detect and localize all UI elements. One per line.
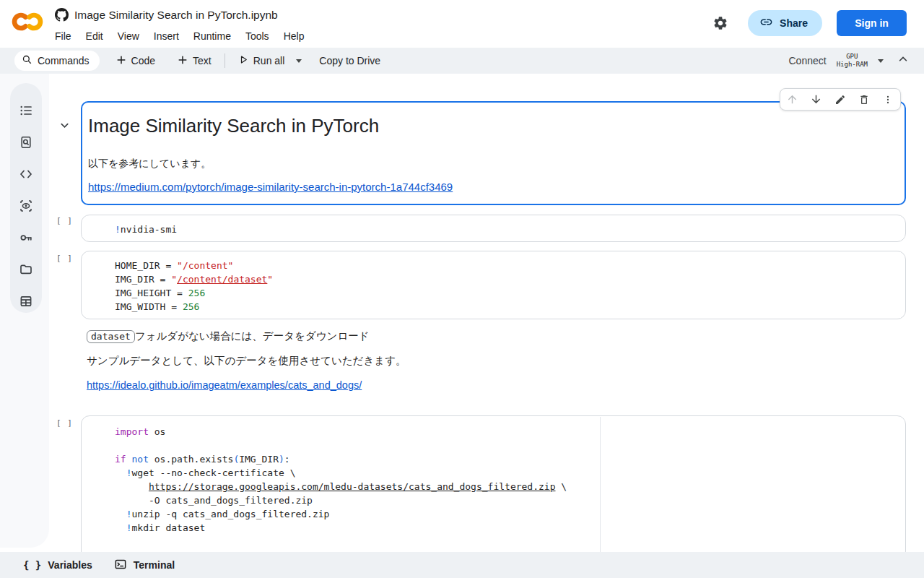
terminal-button[interactable]: Terminal — [114, 558, 175, 573]
sidebar-item-table-of-contents[interactable] — [10, 95, 42, 126]
add-text-button[interactable]: Text — [171, 54, 217, 68]
find-in-page-icon — [19, 135, 33, 150]
section-collapse-chevron-icon[interactable] — [59, 120, 70, 134]
sidebar-item-data-table[interactable] — [10, 285, 42, 317]
colab-logo-icon[interactable] — [10, 9, 45, 34]
markdown-paragraph: 以下を参考にしています。 — [88, 156, 896, 171]
sign-in-label: Sign in — [855, 17, 889, 29]
terminal-icon — [114, 558, 127, 573]
toolbar-divider — [225, 53, 225, 68]
terminal-label: Terminal — [134, 559, 175, 571]
sidebar-item-find-replace[interactable] — [10, 126, 42, 158]
markdown-cell-note[interactable]: datasetフォルダがない場合には、データをダウンロード サンプルデータとして… — [81, 329, 906, 397]
add-text-label: Text — [193, 55, 212, 66]
menu-view[interactable]: View — [110, 29, 147, 43]
notebook-toolbar: Commands Code Text Run all Copy to Drive… — [0, 48, 924, 74]
notebook-title[interactable]: Image Similarity Search in PyTorch.ipynb — [74, 9, 278, 22]
table-of-contents-icon — [19, 103, 33, 118]
variables-label: Variables — [48, 559, 92, 571]
copy-to-drive-label: Copy to Drive — [319, 55, 380, 66]
data-table-icon — [19, 294, 33, 309]
collapse-header-chevron-icon[interactable] — [898, 54, 908, 67]
play-icon — [238, 54, 249, 67]
menu-bar: File Edit View Insert Runtime Tools Help — [48, 29, 311, 43]
left-sidebar — [10, 83, 42, 313]
braces-icon: { } — [23, 559, 41, 571]
markdown-cell-selected[interactable]: Image Similarity Search in PyTorch 以下を参考… — [81, 101, 906, 205]
commands-search[interactable]: Commands — [14, 51, 100, 71]
inline-code-chip: dataset — [87, 330, 135, 343]
move-cell-down-icon[interactable] — [806, 90, 827, 110]
app-header: Image Similarity Search in PyTorch.ipynb… — [0, 0, 924, 48]
sidebar-item-secrets[interactable] — [10, 222, 42, 254]
share-label: Share — [780, 17, 808, 29]
menu-runtime[interactable]: Runtime — [186, 29, 238, 43]
folder-icon — [19, 262, 33, 277]
medium-article-link[interactable]: https://medium.com/pytorch/image-similar… — [88, 181, 896, 193]
code-editor[interactable]: !nvidia-smi — [115, 223, 905, 236]
note-line-1: datasetフォルダがない場合には、データをダウンロード — [87, 329, 906, 344]
accelerator-label: GPU — [837, 53, 868, 61]
more-options-kebab-icon[interactable] — [878, 90, 898, 110]
sidebar-item-files[interactable] — [10, 254, 42, 285]
variables-button[interactable]: { } Variables — [23, 559, 92, 571]
add-code-button[interactable]: Code — [110, 54, 161, 68]
share-link-icon — [759, 15, 773, 31]
key-icon — [19, 230, 33, 245]
run-cell-button[interactable]: [ ] — [56, 216, 73, 225]
runtime-type-badge[interactable]: GPU High-RAM — [837, 53, 868, 69]
connect-menu-caret-icon[interactable] — [878, 59, 884, 63]
code-cell-download[interactable]: import os if not os.path.exists(IMG_DIR)… — [81, 415, 906, 552]
run-all-label: Run all — [253, 55, 285, 66]
note-line-2: サンプルデータとして、以下のデータを使用させていただきます。 — [87, 353, 906, 368]
github-icon — [55, 8, 69, 22]
settings-gear-icon[interactable] — [707, 10, 733, 36]
notebook-content-area: [ ] [ ] [ ] Image Similarity Search in P… — [0, 74, 924, 552]
plus-icon — [116, 54, 127, 68]
move-cell-up-icon[interactable] — [783, 90, 803, 110]
code-editor[interactable]: HOME_DIR = "/content"IMG_DIR = "/content… — [115, 259, 905, 314]
add-code-label: Code — [131, 55, 155, 66]
ram-label: High-RAM — [837, 61, 868, 69]
menu-tools[interactable]: Tools — [238, 29, 276, 43]
commands-label: Commands — [38, 55, 90, 66]
menu-edit[interactable]: Edit — [79, 29, 110, 43]
copy-to-drive-button[interactable]: Copy to Drive — [313, 55, 386, 66]
search-icon — [22, 54, 32, 67]
menu-insert[interactable]: Insert — [147, 29, 186, 43]
code-cell-nvidia-smi[interactable]: !nvidia-smi — [81, 215, 906, 242]
vision-scan-icon — [19, 199, 33, 213]
plus-icon — [177, 54, 188, 68]
connect-button[interactable]: Connect — [788, 55, 826, 66]
menu-help[interactable]: Help — [276, 29, 312, 43]
run-all-menu-caret-icon[interactable] — [296, 59, 302, 63]
cell-toolbar — [780, 88, 901, 111]
sidebar-item-vision-scan[interactable] — [10, 190, 42, 222]
bottom-bar: { } Variables Terminal — [0, 552, 924, 578]
code-cell-config[interactable]: HOME_DIR = "/content"IMG_DIR = "/content… — [81, 251, 906, 319]
sidebar-item-code-snippets[interactable] — [10, 158, 42, 190]
share-button[interactable]: Share — [748, 10, 822, 36]
edit-cell-icon[interactable] — [830, 90, 850, 110]
code-editor[interactable]: import os if not os.path.exists(IMG_DIR)… — [115, 425, 905, 535]
editor-column-ruler — [600, 417, 601, 552]
code-snippets-icon — [19, 167, 33, 181]
markdown-heading: Image Similarity Search in PyTorch — [88, 114, 896, 137]
menu-file[interactable]: File — [48, 29, 79, 43]
run-all-button[interactable]: Run all — [232, 54, 291, 67]
note-line-3: https://idealo.github.io/imageatm/exampl… — [87, 378, 906, 393]
dataset-link[interactable]: https://idealo.github.io/imageatm/exampl… — [87, 379, 362, 391]
run-cell-button[interactable]: [ ] — [56, 254, 73, 263]
run-cell-button[interactable]: [ ] — [56, 418, 73, 428]
sign-in-button[interactable]: Sign in — [837, 10, 907, 36]
delete-cell-icon[interactable] — [854, 90, 874, 110]
